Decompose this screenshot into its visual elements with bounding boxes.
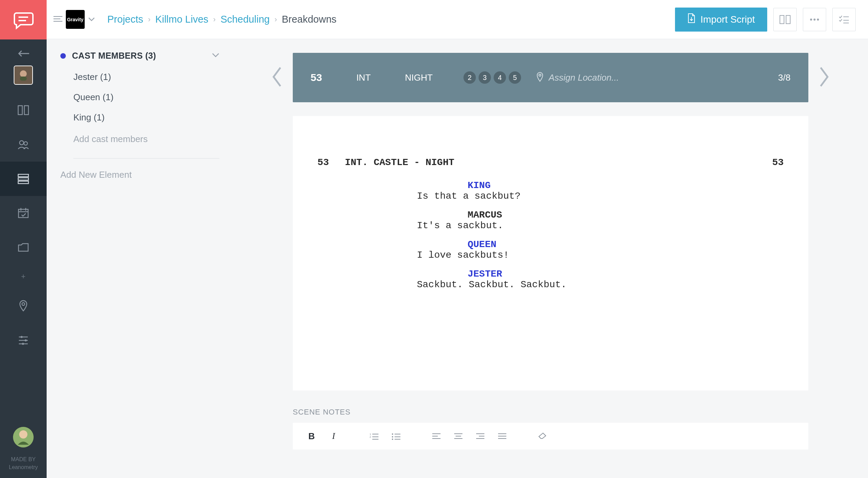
svg-point-7 xyxy=(24,142,27,145)
user-face-icon xyxy=(13,427,34,447)
character-name[interactable]: KING xyxy=(417,180,784,191)
slugline: INT. CASTLE - NIGHT xyxy=(345,157,756,168)
category-title: CAST MEMBERS (3) xyxy=(72,51,156,61)
crumb-project-name[interactable]: Killmo Lives xyxy=(155,14,208,25)
slug-number-right: 53 xyxy=(756,157,784,168)
slugline-row: 53 INT. CASTLE - NIGHT 53 xyxy=(317,157,784,168)
pin-icon xyxy=(536,72,544,83)
day-pill[interactable]: 3 xyxy=(479,71,491,84)
face-icon xyxy=(16,68,30,82)
align-right-icon xyxy=(476,433,484,440)
day-pill[interactable]: 5 xyxy=(509,71,521,84)
dialogue-block[interactable]: JESTERSackbut. Sackbut. Sackbut. xyxy=(317,269,784,290)
scene-time[interactable]: NIGHT xyxy=(405,72,433,83)
pin-icon xyxy=(17,299,30,312)
italic-button[interactable]: I xyxy=(328,431,339,441)
svg-point-30 xyxy=(813,19,816,21)
nav-locations[interactable] xyxy=(0,289,47,323)
page-count: 3/8 xyxy=(778,72,791,83)
project-selector[interactable]: Gravity xyxy=(53,10,95,29)
project-avatar[interactable] xyxy=(14,66,33,85)
elements-panel: CAST MEMBERS (3) Jester (1) Queen (1) Ki… xyxy=(47,39,233,478)
next-scene-button[interactable] xyxy=(817,65,832,90)
dialogue-block[interactable]: QUEENI love sackbuts! xyxy=(317,239,784,260)
nav-people[interactable] xyxy=(0,127,47,162)
bold-button[interactable]: B xyxy=(306,431,317,442)
crumb-projects[interactable]: Projects xyxy=(107,14,143,25)
align-right-button[interactable] xyxy=(475,433,485,440)
nav-calendar[interactable] xyxy=(0,196,47,230)
crumb-scheduling[interactable]: Scheduling xyxy=(220,14,270,25)
svg-rect-27 xyxy=(780,15,784,24)
sliders-icon xyxy=(17,334,30,347)
ordered-list-button[interactable]: 12 xyxy=(369,432,379,440)
dialogue-line[interactable]: Sackbut. Sackbut. Sackbut. xyxy=(417,279,784,290)
split-view-button[interactable] xyxy=(773,8,797,31)
add-new-element[interactable]: Add New Element xyxy=(60,166,219,184)
brand-label: Leanometry xyxy=(9,464,38,471)
svg-point-15 xyxy=(22,303,25,305)
svg-point-23 xyxy=(19,430,27,439)
align-center-button[interactable] xyxy=(453,433,463,440)
nav-add[interactable]: + xyxy=(0,265,47,289)
script-page[interactable]: 53 INT. CASTLE - NIGHT 53 KINGIs that a … xyxy=(293,116,808,390)
script-canvas: 53 INT NIGHT 2 3 4 5 3/8 xyxy=(233,39,868,478)
columns-icon xyxy=(17,104,30,117)
back-arrow-icon[interactable] xyxy=(17,50,29,58)
unordered-list-button[interactable] xyxy=(391,432,401,440)
left-rail: + MADE BY Leanometry xyxy=(0,0,47,478)
svg-point-19 xyxy=(25,339,27,341)
align-left-icon xyxy=(432,433,441,440)
chevron-right-icon: › xyxy=(148,15,150,24)
scene-header-bar: 53 INT NIGHT 2 3 4 5 3/8 xyxy=(293,53,808,102)
checklist-button[interactable] xyxy=(832,8,856,31)
dots-icon xyxy=(809,18,820,21)
cast-item[interactable]: Queen (1) xyxy=(73,87,219,107)
align-justify-icon xyxy=(498,433,506,440)
dialogue-line[interactable]: It's a sackbut. xyxy=(417,220,784,231)
svg-rect-9 xyxy=(18,178,28,180)
more-button[interactable] xyxy=(803,8,826,31)
category-header-cast[interactable]: CAST MEMBERS (3) xyxy=(60,48,219,67)
cast-item[interactable]: Jester (1) xyxy=(73,67,219,87)
svg-rect-8 xyxy=(18,174,28,177)
dialogue-block[interactable]: KINGIs that a sackbut? xyxy=(317,180,784,201)
add-cast-member[interactable]: Add cast members xyxy=(73,128,219,151)
nav-boards[interactable] xyxy=(0,93,47,127)
top-header: Gravity Projects › Killmo Lives › Schedu… xyxy=(47,0,868,39)
nav-breakdowns[interactable] xyxy=(0,162,47,196)
align-left-button[interactable] xyxy=(431,433,442,440)
svg-point-41 xyxy=(392,433,393,435)
footer-credit: MADE BY Leanometry xyxy=(9,456,38,471)
import-script-button[interactable]: Import Script xyxy=(675,8,767,32)
breadcrumb: Projects › Killmo Lives › Scheduling › B… xyxy=(107,14,337,25)
nav-settings[interactable] xyxy=(0,323,47,357)
user-avatar[interactable] xyxy=(13,427,34,447)
character-name[interactable]: JESTER xyxy=(417,269,784,279)
svg-rect-4 xyxy=(18,106,22,115)
location-input[interactable] xyxy=(548,72,651,83)
dialogue-line[interactable]: I love sackbuts! xyxy=(417,250,784,260)
chevron-right-icon: › xyxy=(275,15,277,24)
made-by-label: MADE BY xyxy=(9,456,38,463)
svg-point-31 xyxy=(817,19,819,21)
prev-scene-button[interactable] xyxy=(269,65,284,90)
day-pill[interactable]: 2 xyxy=(463,71,476,84)
calendar-icon xyxy=(17,207,30,220)
clear-format-button[interactable] xyxy=(538,432,548,440)
location-assign[interactable] xyxy=(536,72,651,83)
chat-bubble-icon xyxy=(12,9,34,31)
scene-intext[interactable]: INT xyxy=(356,72,371,83)
svg-point-45 xyxy=(392,439,393,440)
character-name[interactable]: QUEEN xyxy=(417,239,784,250)
app-logo[interactable] xyxy=(0,0,47,39)
nav-files[interactable] xyxy=(0,230,47,265)
folder-icon xyxy=(17,241,30,254)
align-center-icon xyxy=(454,433,462,440)
day-pill[interactable]: 4 xyxy=(494,71,506,84)
dialogue-block[interactable]: MARCUSIt's a sackbut. xyxy=(317,210,784,231)
cast-item[interactable]: King (1) xyxy=(73,107,219,128)
align-justify-button[interactable] xyxy=(497,433,507,440)
character-name[interactable]: MARCUS xyxy=(417,210,784,220)
dialogue-line[interactable]: Is that a sackbut? xyxy=(417,191,784,201)
